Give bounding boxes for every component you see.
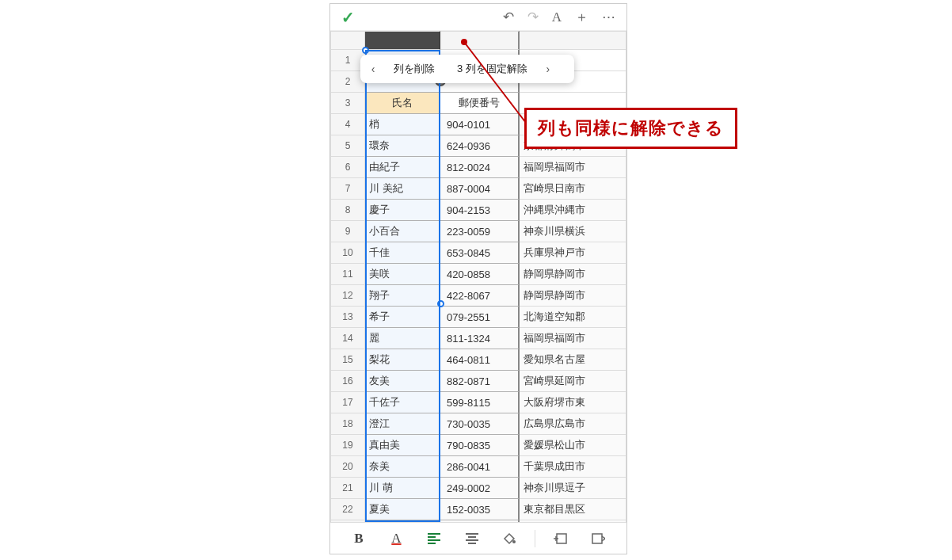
table-row[interactable]: 13希子079-2551北海道空知郡 — [330, 307, 626, 328]
table-row[interactable]: 18澄江730-0035広島県広島市 — [330, 413, 626, 435]
table-row[interactable]: 21川 萌249-0002神奈川県逗子 — [330, 478, 626, 499]
cell[interactable]: 氏名 — [365, 93, 440, 114]
selection-handle-top[interactable] — [362, 47, 369, 54]
redo-icon[interactable]: ↷ — [527, 10, 539, 24]
row-number[interactable]: 15 — [330, 349, 365, 371]
row-number[interactable]: 22 — [330, 499, 365, 520]
cell[interactable]: 千佳 — [365, 242, 440, 264]
cell[interactable]: 882-0871 — [440, 371, 520, 392]
row-number[interactable]: 12 — [330, 285, 365, 307]
confirm-icon[interactable]: ✓ — [341, 8, 355, 27]
row-number[interactable]: 9 — [330, 221, 365, 242]
row-number[interactable]: 3 — [330, 93, 365, 114]
cell[interactable]: 812-0024 — [440, 157, 520, 178]
cell[interactable]: 沖縄県沖縄市 — [520, 200, 626, 221]
cell[interactable]: 郵便番号 — [440, 93, 520, 114]
row-number[interactable]: 8 — [330, 200, 365, 221]
col-header-c[interactable] — [520, 31, 626, 50]
table-row[interactable]: 22夏美152-0035東京都目黒区 — [330, 499, 626, 520]
table-row[interactable]: 6由紀子812-0024福岡県福岡市 — [330, 157, 626, 178]
context-menu-next[interactable]: › — [539, 63, 558, 75]
cell[interactable]: 674-0073 — [440, 520, 520, 522]
cell[interactable]: 村 野乃花 — [365, 520, 440, 522]
cell[interactable]: 梢 — [365, 114, 440, 135]
bold-icon[interactable]: B — [346, 527, 371, 550]
cell[interactable]: 翔子 — [365, 285, 440, 307]
cell[interactable]: 川 美紀 — [365, 178, 440, 200]
cell[interactable]: 広島県広島市 — [520, 413, 626, 435]
cell[interactable]: 422-8067 — [440, 285, 520, 307]
more-icon[interactable]: ⋯ — [602, 10, 615, 24]
cell[interactable]: 澄江 — [365, 413, 440, 435]
align-center-icon[interactable] — [459, 527, 485, 550]
cell[interactable]: 730-0035 — [440, 413, 520, 435]
table-row[interactable]: 12翔子422-8067静岡県静岡市 — [330, 285, 626, 307]
cell[interactable]: 美咲 — [365, 264, 440, 285]
text-color-icon[interactable]: A — [383, 527, 409, 550]
context-menu-unfreeze-columns[interactable]: 3 列を固定解除 — [446, 62, 539, 76]
cell[interactable]: 兵庫県神戸市 — [520, 242, 626, 264]
cell[interactable]: 環奈 — [365, 135, 440, 157]
insert-cell-icon[interactable] — [548, 527, 573, 550]
cell[interactable]: 249-0002 — [440, 478, 520, 499]
col-header-a[interactable] — [365, 31, 440, 50]
cell[interactable]: 887-0004 — [440, 178, 520, 200]
cell[interactable]: 神奈川県逗子 — [520, 478, 626, 499]
table-row[interactable]: 14麗811-1324福岡県福岡市 — [330, 328, 626, 349]
cell[interactable]: 友美 — [365, 371, 440, 392]
cell[interactable]: 小百合 — [365, 221, 440, 242]
cell[interactable]: 由紀子 — [365, 157, 440, 178]
cell[interactable]: 904-0101 — [440, 114, 520, 135]
plus-icon[interactable]: ＋ — [575, 10, 588, 24]
table-row[interactable]: 8慶子904-2153沖縄県沖縄市 — [330, 200, 626, 221]
cell[interactable]: 北海道空知郡 — [520, 307, 626, 328]
cell[interactable]: 慶子 — [365, 200, 440, 221]
row-number[interactable]: 16 — [330, 371, 365, 392]
cell[interactable]: 223-0059 — [440, 221, 520, 242]
grid[interactable]: 123氏名郵便番号4梢904-01015環奈624-0936京都府舞鶴市6由紀子… — [330, 31, 626, 522]
row-number[interactable]: 23 — [330, 520, 365, 522]
cell[interactable]: 静岡県静岡市 — [520, 285, 626, 307]
cell[interactable]: 904-2153 — [440, 200, 520, 221]
cell[interactable]: 286-0041 — [440, 456, 520, 478]
sheet-area[interactable]: 123氏名郵便番号4梢904-01015環奈624-0936京都府舞鶴市6由紀子… — [330, 31, 626, 522]
cell[interactable]: 464-0811 — [440, 349, 520, 371]
cell[interactable]: 梨花 — [365, 349, 440, 371]
cell[interactable]: 東京都目黒区 — [520, 499, 626, 520]
row-number[interactable]: 4 — [330, 114, 365, 135]
cell[interactable]: 624-0936 — [440, 135, 520, 157]
row-number[interactable]: 18 — [330, 413, 365, 435]
align-left-icon[interactable] — [421, 527, 447, 550]
row-number[interactable]: 6 — [330, 157, 365, 178]
cell[interactable]: 夏美 — [365, 499, 440, 520]
row-number[interactable]: 17 — [330, 392, 365, 413]
col-header-b[interactable] — [440, 31, 520, 50]
row-number[interactable]: 11 — [330, 264, 365, 285]
table-row[interactable]: 23村 野乃花674-0073兵庫県明石市 — [330, 520, 626, 522]
table-row[interactable]: 11美咲420-0858静岡県静岡市 — [330, 264, 626, 285]
cell[interactable]: 599-8115 — [440, 392, 520, 413]
cell[interactable]: 大阪府堺市東 — [520, 392, 626, 413]
cell[interactable]: 神奈川県横浜 — [520, 221, 626, 242]
table-row[interactable]: 20奈美286-0041千葉県成田市 — [330, 456, 626, 478]
cell[interactable]: 愛知県名古屋 — [520, 349, 626, 371]
row-number[interactable]: 20 — [330, 456, 365, 478]
table-row[interactable]: 17千佐子599-8115大阪府堺市東 — [330, 392, 626, 413]
table-row[interactable]: 7川 美紀887-0004宮崎県日南市 — [330, 178, 626, 200]
table-row[interactable]: 16友美882-0871宮崎県延岡市 — [330, 371, 626, 392]
table-row[interactable]: 9小百合223-0059神奈川県横浜 — [330, 221, 626, 242]
row-number[interactable]: 5 — [330, 135, 365, 157]
cell[interactable]: 希子 — [365, 307, 440, 328]
cell[interactable]: 420-0858 — [440, 264, 520, 285]
cell[interactable]: 麗 — [365, 328, 440, 349]
cell[interactable]: 宮崎県日南市 — [520, 178, 626, 200]
cell[interactable]: 愛媛県松山市 — [520, 435, 626, 456]
text-format-icon[interactable]: A — [552, 10, 562, 24]
fill-color-icon[interactable] — [497, 527, 522, 550]
undo-icon[interactable]: ↶ — [503, 10, 514, 24]
row-number[interactable]: 7 — [330, 178, 365, 200]
cell[interactable]: 宮崎県延岡市 — [520, 371, 626, 392]
cell[interactable]: 静岡県静岡市 — [520, 264, 626, 285]
row-number[interactable]: 13 — [330, 307, 365, 328]
cell[interactable]: 川 萌 — [365, 478, 440, 499]
